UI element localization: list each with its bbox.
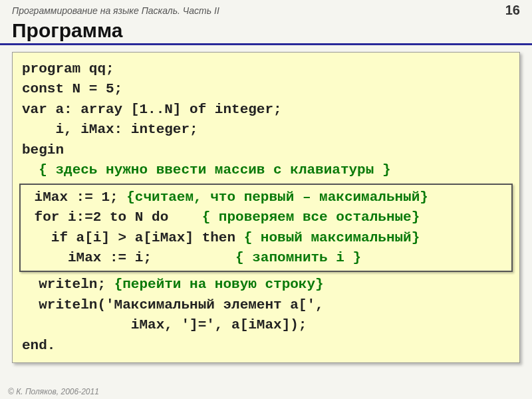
code-comment: { здесь нужно ввести массив с клавиатуры… bbox=[39, 162, 390, 178]
code-line: writeln('Максимальный элемент a[', bbox=[22, 295, 510, 315]
page-number: 16 bbox=[505, 3, 520, 18]
code-comment: { проверяем все остальные} bbox=[202, 209, 420, 225]
code-line: iMax, ']=', a[iMax]); bbox=[22, 315, 510, 335]
code-line: const N = 5; bbox=[22, 79, 510, 99]
code-line: { здесь нужно ввести массив с клавиатуры… bbox=[22, 160, 510, 180]
code-text: iMax := 1; bbox=[26, 190, 126, 205]
header-bar: Программирование на языке Паскаль. Часть… bbox=[0, 0, 532, 19]
code-line: program qq; bbox=[22, 59, 510, 79]
code-line: var a: array [1..N] of integer; bbox=[22, 100, 510, 120]
code-indent bbox=[22, 162, 39, 178]
code-line: writeln; {перейти на новую строку} bbox=[22, 275, 510, 295]
code-block: program qq; const N = 5; var a: array [1… bbox=[12, 52, 520, 363]
code-comment: { новый максимальный} bbox=[244, 230, 420, 245]
code-comment: {перейти на новую строку} bbox=[114, 277, 324, 292]
code-line: if a[i] > a[iMax] then { новый максималь… bbox=[26, 228, 506, 248]
code-text: if a[i] > a[iMax] then bbox=[26, 230, 244, 245]
slide-title: Программа bbox=[0, 19, 532, 45]
code-line: end. bbox=[22, 336, 510, 356]
code-line: iMax := i; { запомнить i } bbox=[26, 248, 506, 268]
code-text: writeln; bbox=[22, 277, 114, 292]
code-line: for i:=2 to N do { проверяем все остальн… bbox=[26, 207, 506, 227]
highlight-box: iMax := 1; {считаем, что первый – максим… bbox=[19, 184, 513, 273]
code-line: begin bbox=[22, 140, 510, 160]
code-comment: {считаем, что первый – максимальный} bbox=[126, 190, 428, 205]
copyright-footer: © К. Поляков, 2006-2011 bbox=[8, 387, 99, 396]
code-line: iMax := 1; {считаем, что первый – максим… bbox=[26, 188, 506, 207]
code-text: iMax := i; bbox=[26, 250, 235, 265]
code-comment: { запомнить i } bbox=[235, 250, 361, 265]
course-title: Программирование на языке Паскаль. Часть… bbox=[12, 5, 219, 16]
code-text: for i:=2 to N do bbox=[26, 209, 202, 225]
code-line: i, iMax: integer; bbox=[22, 120, 510, 140]
slide: Программирование на языке Паскаль. Часть… bbox=[0, 0, 532, 399]
